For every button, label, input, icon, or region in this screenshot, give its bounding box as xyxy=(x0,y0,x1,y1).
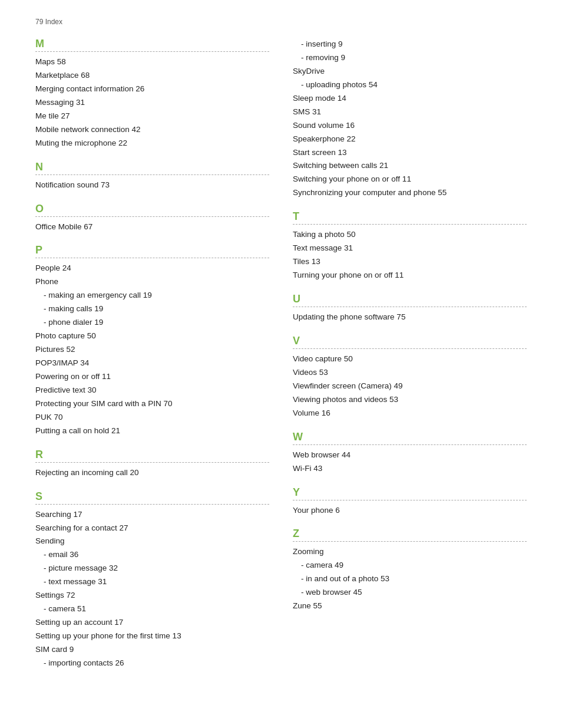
index-entry: SkyDrive xyxy=(293,65,527,78)
section-letter: W xyxy=(293,431,527,443)
index-entry: - in and out of a photo 53 xyxy=(293,572,527,586)
index-section: SSearching 17Searching for a contact 27S… xyxy=(35,490,269,670)
index-section: YYour phone 6 xyxy=(293,486,527,518)
index-entry: Viewfinder screen (Camera) 49 xyxy=(293,380,527,393)
index-entry: Zooming xyxy=(293,545,527,559)
index-entry: POP3/IMAP 34 xyxy=(35,357,269,370)
section-letter: Y xyxy=(293,486,527,499)
index-entry: - making calls 19 xyxy=(35,302,269,316)
index-entry: PUK 70 xyxy=(35,411,269,424)
index-entry: - importing contacts 26 xyxy=(35,657,269,670)
index-entry: Volume 16 xyxy=(293,407,527,420)
index-entry: Pictures 52 xyxy=(35,343,269,357)
index-entry: Video capture 50 xyxy=(293,353,527,366)
index-entry: Muting the microphone 22 xyxy=(35,137,269,150)
index-entry: Searching for a contact 27 xyxy=(35,522,269,535)
index-entry: Phone xyxy=(35,275,269,289)
index-entry: Photo capture 50 xyxy=(35,330,269,343)
index-section: VVideo capture 50Videos 53Viewfinder scr… xyxy=(293,335,527,420)
index-entry: Setting up your phone for the first time… xyxy=(35,630,269,643)
index-section: OOffice Mobile 67 xyxy=(35,203,269,234)
section-letter: U xyxy=(293,293,527,305)
page-header: 79 Index xyxy=(35,18,527,26)
index-entry: Switching between calls 21 xyxy=(293,159,527,173)
right-column: - inserting 9- removing 9SkyDrive- uploa… xyxy=(293,38,527,681)
index-entry: - picture message 32 xyxy=(35,562,269,575)
index-entry: Protecting your SIM card with a PIN 70 xyxy=(35,397,269,411)
section-letter: O xyxy=(35,203,269,215)
index-entry: SIM card 9 xyxy=(35,643,269,657)
index-entry: Viewing photos and videos 53 xyxy=(293,393,527,407)
index-entry: Videos 53 xyxy=(293,366,527,380)
index-entry: Zune 55 xyxy=(293,599,527,613)
index-section: ZZooming- camera 49- in and out of a pho… xyxy=(293,528,527,613)
index-entry: Web browser 44 xyxy=(293,449,527,462)
index-entry: Putting a call on hold 21 xyxy=(35,424,269,438)
index-entry: - making an emergency call 19 xyxy=(35,289,269,302)
index-entry: Synchronizing your computer and phone 55 xyxy=(293,186,527,200)
section-letter: N xyxy=(35,161,269,173)
index-entry: Marketplace 68 xyxy=(35,69,269,83)
index-section: RRejecting an incoming call 20 xyxy=(35,449,269,480)
section-letter: R xyxy=(35,449,269,461)
index-entry: Merging contact information 26 xyxy=(35,83,269,96)
index-entry: Switching your phone on or off 11 xyxy=(293,173,527,186)
index-entry: Maps 58 xyxy=(35,55,269,69)
section-letter: P xyxy=(35,244,269,256)
index-entry: Sending xyxy=(35,535,269,548)
index-section: - inserting 9- removing 9SkyDrive- uploa… xyxy=(293,38,527,200)
index-entry: - inserting 9 xyxy=(293,38,527,51)
index-entry: People 24 xyxy=(35,262,269,275)
index-entry: Powering on or off 11 xyxy=(35,370,269,384)
index-section: UUpdating the phone software 75 xyxy=(293,293,527,324)
index-entry: Me tile 27 xyxy=(35,110,269,123)
index-entry: Text message 31 xyxy=(293,242,527,255)
index-entry: Sound volume 16 xyxy=(293,119,527,133)
index-entry: Wi-Fi 43 xyxy=(293,462,527,476)
section-letter: Z xyxy=(293,528,527,540)
index-section: PPeople 24Phone- making an emergency cal… xyxy=(35,244,269,437)
index-entry: Notification sound 73 xyxy=(35,179,269,192)
index-entry: Turning your phone on or off 11 xyxy=(293,269,527,282)
index-entry: Speakerphone 22 xyxy=(293,133,527,146)
index-entry: Setting up an account 17 xyxy=(35,616,269,630)
index-entry: SMS 31 xyxy=(293,106,527,119)
index-section: WWeb browser 44Wi-Fi 43 xyxy=(293,431,527,476)
left-column: MMaps 58Marketplace 68Merging contact in… xyxy=(35,38,269,681)
section-letter: V xyxy=(293,335,527,347)
index-entry: Office Mobile 67 xyxy=(35,220,269,234)
index-section: NNotification sound 73 xyxy=(35,161,269,192)
index-entry: - web browser 45 xyxy=(293,586,527,599)
index-entry: Mobile network connection 42 xyxy=(35,123,269,137)
index-entry: Searching 17 xyxy=(35,508,269,522)
index-entry: - text message 31 xyxy=(35,575,269,589)
index-entry: Taking a photo 50 xyxy=(293,228,527,242)
index-section: MMaps 58Marketplace 68Merging contact in… xyxy=(35,38,269,150)
section-letter: T xyxy=(293,210,527,223)
index-entry: - email 36 xyxy=(35,548,269,562)
section-letter: M xyxy=(35,38,269,50)
index-entry: - camera 51 xyxy=(35,602,269,616)
index-entry: Your phone 6 xyxy=(293,504,527,518)
index-entry: - phone dialer 19 xyxy=(35,316,269,330)
index-entry: Messaging 31 xyxy=(35,96,269,110)
index-entry: Rejecting an incoming call 20 xyxy=(35,466,269,480)
index-entry: Start screen 13 xyxy=(293,146,527,160)
index-entry: - removing 9 xyxy=(293,51,527,65)
index-entry: - uploading photos 54 xyxy=(293,78,527,92)
index-entry: Predictive text 30 xyxy=(35,384,269,397)
index-entry: Settings 72 xyxy=(35,589,269,602)
index-section: TTaking a photo 50Text message 31Tiles 1… xyxy=(293,210,527,282)
section-letter: S xyxy=(35,490,269,503)
index-entry: Sleep mode 14 xyxy=(293,92,527,106)
index-entry: - camera 49 xyxy=(293,559,527,572)
index-entry: Tiles 13 xyxy=(293,255,527,269)
index-entry: Updating the phone software 75 xyxy=(293,311,527,324)
